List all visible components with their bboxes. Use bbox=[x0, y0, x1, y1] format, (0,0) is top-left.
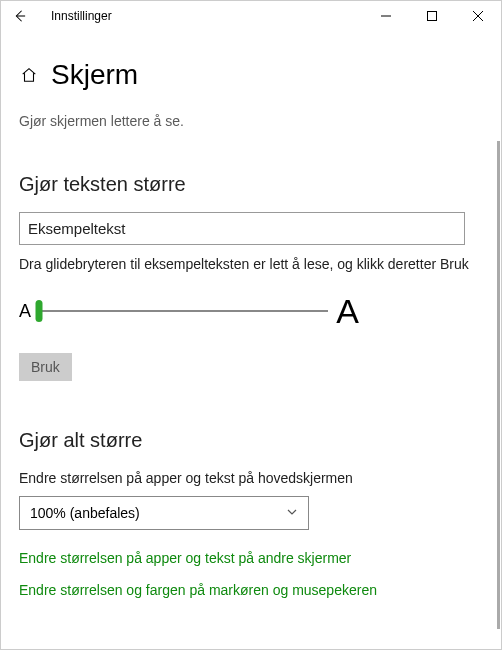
link-cursor-pointer[interactable]: Endre størrelsen og fargen på markøren o… bbox=[19, 582, 483, 598]
slider-max-label: A bbox=[336, 292, 359, 331]
svg-rect-1 bbox=[428, 12, 437, 21]
page-subtitle: Gjør skjermen lettere å se. bbox=[19, 113, 483, 129]
sample-text-box: Eksempeltekst bbox=[19, 212, 465, 245]
scaling-heading: Gjør alt større bbox=[19, 429, 483, 452]
scaling-selected-value: 100% (anbefales) bbox=[30, 505, 140, 521]
text-size-slider-row: A A bbox=[19, 292, 359, 331]
scrollbar[interactable] bbox=[497, 141, 500, 629]
link-other-displays[interactable]: Endre størrelsen på apper og tekst på an… bbox=[19, 550, 483, 566]
home-icon[interactable] bbox=[19, 65, 39, 85]
chevron-down-icon bbox=[286, 505, 298, 521]
maximize-button[interactable] bbox=[409, 1, 455, 31]
text-size-heading: Gjør teksten større bbox=[19, 173, 483, 196]
slider-min-label: A bbox=[19, 301, 31, 322]
slider-instruction: Dra glidebryteren til eksempelteksten er… bbox=[19, 255, 469, 274]
page-header: Skjerm bbox=[19, 59, 483, 91]
back-button[interactable] bbox=[5, 2, 33, 30]
close-button[interactable] bbox=[455, 1, 501, 31]
window-controls bbox=[363, 1, 501, 31]
slider-thumb[interactable] bbox=[36, 300, 43, 322]
text-size-slider[interactable] bbox=[39, 310, 328, 312]
title-bar: Innstillinger bbox=[1, 1, 501, 31]
content-area: Skjerm Gjør skjermen lettere å se. Gjør … bbox=[1, 31, 501, 649]
scaling-dropdown[interactable]: 100% (anbefales) bbox=[19, 496, 309, 530]
minimize-button[interactable] bbox=[363, 1, 409, 31]
apply-button[interactable]: Bruk bbox=[19, 353, 72, 381]
page-title: Skjerm bbox=[51, 59, 138, 91]
scaling-label: Endre størrelsen på apper og tekst på ho… bbox=[19, 470, 483, 486]
window-title: Innstillinger bbox=[51, 9, 112, 23]
